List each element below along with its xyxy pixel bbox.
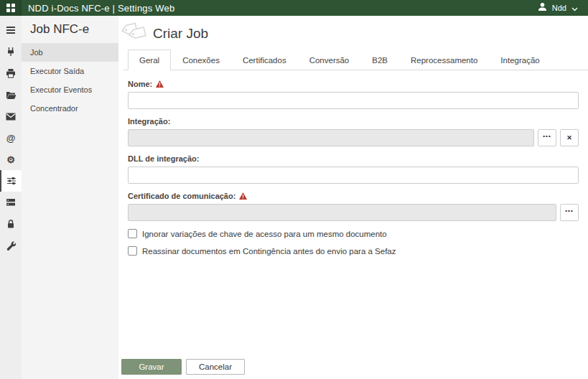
- tags-icon: [121, 22, 149, 45]
- icon-rail: @ ⚙: [0, 16, 22, 379]
- certificado-row: •••: [128, 204, 579, 221]
- tab-geral[interactable]: Geral: [128, 50, 171, 70]
- checkbox-label: Ignorar variações de chave de acesso par…: [142, 230, 387, 238]
- top-bar: NDD i-Docs NFC-e | Settings Web Ndd: [0, 0, 588, 16]
- rail-item-menu[interactable]: [0, 19, 22, 41]
- certificado-label-row: Certificado de comunicação:: [128, 192, 579, 200]
- dll-label: DLL de integração:: [128, 154, 199, 163]
- form-actions: Gravar Cancelar: [121, 359, 245, 375]
- tab-conversao[interactable]: Conversão: [298, 50, 361, 70]
- main-content: Criar Job Geral Conexões Certificados Co…: [118, 16, 588, 379]
- rail-item-printer[interactable]: [0, 62, 22, 84]
- user-menu[interactable]: Ndd: [538, 1, 578, 14]
- tab-integracao[interactable]: Integração: [489, 50, 551, 70]
- server-icon: [6, 198, 16, 207]
- cancel-button[interactable]: Cancelar: [186, 359, 245, 375]
- sidebar-item-executor-saida[interactable]: Executor Saída: [22, 62, 118, 80]
- sidebar-item-executor-eventos[interactable]: Executor Eventos: [22, 80, 118, 99]
- nome-label: Nome:: [128, 80, 152, 88]
- nome-input[interactable]: [128, 92, 579, 109]
- nome-label-row: Nome:: [128, 80, 579, 88]
- app-title: NDD i-Docs NFC-e | Settings Web: [28, 3, 174, 14]
- rail-item-plug[interactable]: [0, 41, 22, 62]
- certificado-input[interactable]: [128, 204, 556, 221]
- rail-item-gear[interactable]: ⚙: [0, 149, 22, 170]
- apps-grid-button[interactable]: [0, 0, 22, 16]
- chevron-down-icon: [571, 1, 578, 14]
- sliders-icon: [6, 176, 17, 186]
- at-icon: @: [6, 134, 16, 143]
- rail-item-sliders[interactable]: [0, 170, 22, 192]
- checkbox-row-ignorar-variacoes[interactable]: Ignorar variações de chave de acesso par…: [128, 229, 579, 238]
- checkbox-icon[interactable]: [128, 229, 137, 238]
- required-warning-icon: [239, 192, 247, 200]
- menu-icon: [6, 25, 16, 35]
- tab-reprocessamento[interactable]: Reprocessamento: [399, 50, 489, 70]
- page-header: Criar Job: [121, 16, 579, 47]
- page-title: Criar Job: [153, 26, 208, 42]
- required-warning-icon: [156, 80, 164, 88]
- integracao-label: Integração:: [128, 117, 170, 126]
- checkbox-row-reassinar-documentos[interactable]: Reassinar documentos em Contingência ant…: [128, 246, 579, 256]
- rail-item-mail[interactable]: [0, 106, 22, 127]
- integracao-clear-button[interactable]: ✕: [560, 129, 579, 146]
- apps-grid-icon: [6, 4, 15, 12]
- save-button[interactable]: Gravar: [121, 359, 182, 375]
- sidebar-item-concentrador[interactable]: Concentrador: [22, 99, 118, 118]
- tab-certificados[interactable]: Certificados: [231, 50, 298, 70]
- integracao-input[interactable]: [128, 129, 534, 146]
- integracao-label-row: Integração:: [128, 117, 579, 126]
- rail-item-server[interactable]: [0, 192, 22, 213]
- tab-bar: Geral Conexões Certificados Conversão B2…: [123, 50, 588, 70]
- rail-item-at[interactable]: @: [0, 127, 22, 149]
- rail-item-wrench[interactable]: [0, 235, 22, 256]
- user-name: Ndd: [552, 4, 566, 12]
- integracao-row: ••• ✕: [128, 129, 579, 146]
- sidebar: Job NFC-e Job Executor Saída Executor Ev…: [22, 16, 118, 379]
- tab-conexoes[interactable]: Conexões: [171, 50, 231, 70]
- sidebar-item-job[interactable]: Job: [22, 43, 118, 62]
- job-form: Nome: Integração: ••• ✕ DLL de integraçã…: [128, 70, 579, 256]
- mail-icon: [6, 113, 16, 121]
- checkbox-icon[interactable]: [128, 246, 137, 256]
- user-icon: [538, 1, 547, 14]
- checkbox-label: Reassinar documentos em Contingência ant…: [142, 247, 396, 256]
- gear-icon: ⚙: [6, 155, 15, 164]
- rail-item-lock[interactable]: [0, 213, 22, 235]
- rail-item-folder[interactable]: [0, 84, 22, 106]
- sidebar-title: Job NFC-e: [22, 16, 118, 43]
- printer-icon: [6, 68, 16, 78]
- lock-icon: [6, 219, 15, 229]
- certificado-label: Certificado de comunicação:: [128, 192, 235, 200]
- integracao-browse-button[interactable]: •••: [538, 129, 556, 146]
- wrench-icon: [6, 240, 16, 251]
- dll-input[interactable]: [128, 167, 579, 184]
- folder-icon: [6, 90, 17, 100]
- plug-icon: [6, 47, 16, 57]
- tab-b2b[interactable]: B2B: [360, 50, 399, 70]
- dll-label-row: DLL de integração:: [128, 154, 579, 163]
- certificado-browse-button[interactable]: •••: [560, 204, 579, 221]
